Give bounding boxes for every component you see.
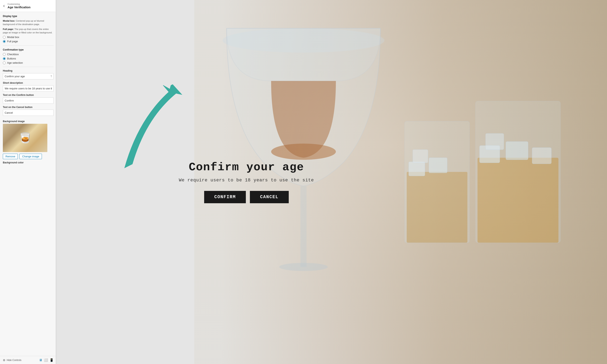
panel-content: Display type Modal box: Centered pop-up … xyxy=(0,12,56,356)
radio-age-selection-label: Age selection xyxy=(7,61,23,64)
background-image-section: Background image Remove Change image xyxy=(3,120,54,159)
radio-modal-box-input[interactable] xyxy=(3,36,6,39)
tablet-icon[interactable]: ⬜ xyxy=(44,358,48,362)
modal-box-description: Modal box: Centered pop-up w/ blurred ba… xyxy=(3,19,54,26)
display-type-radio-group: Modal box Full page xyxy=(3,36,54,43)
heading-input[interactable] xyxy=(3,73,54,79)
back-button[interactable]: ‹ xyxy=(2,3,6,9)
hide-controls-label[interactable]: Hide Controls xyxy=(7,359,21,362)
cancel-button-field-label: Text on the Cancel button xyxy=(3,106,54,109)
radio-buttons-input[interactable] xyxy=(3,57,6,60)
mobile-icon[interactable]: 📱 xyxy=(50,358,54,362)
desktop-icon[interactable]: 🖥 xyxy=(39,358,42,362)
radio-full-page[interactable]: Full page xyxy=(3,40,54,43)
arrow-annotation-svg xyxy=(109,77,186,182)
radio-full-page-input[interactable] xyxy=(3,40,6,43)
age-verification-modal: Confirm your age We require users to be … xyxy=(167,153,326,211)
change-image-button[interactable]: Change image xyxy=(19,154,42,159)
panel-header: ‹ Customizing Age Verification xyxy=(0,0,56,12)
confirm-button-field-label: Text on the Confirm button xyxy=(3,94,54,96)
remove-image-button[interactable]: Remove xyxy=(3,154,18,159)
resize-handle[interactable] xyxy=(56,0,56,364)
settings-icon: ⚙ xyxy=(3,359,5,362)
divider-2 xyxy=(3,67,54,67)
confirm-button-input[interactable] xyxy=(3,97,54,104)
divider-1 xyxy=(3,45,54,46)
short-description-field-label: Short description xyxy=(3,81,54,84)
customizing-label: Customizing xyxy=(8,3,30,5)
confirmation-type-section-title: Confirmation type xyxy=(3,48,54,51)
customizer-panel: ‹ Customizing Age Verification Display t… xyxy=(0,0,57,364)
device-icons-group: 🖥 ⬜ 📱 xyxy=(39,358,54,362)
confirmation-type-radio-group: Checkbox Buttons Age selection xyxy=(3,53,54,64)
image-buttons-row: Remove Change image xyxy=(3,154,54,159)
panel-title: Age Verification xyxy=(8,5,30,9)
background-image-label: Background image xyxy=(3,120,54,123)
hide-controls-row: ⚙ Hide Controls xyxy=(3,359,21,362)
radio-modal-box[interactable]: Modal box xyxy=(3,36,54,39)
modal-heading: Confirm your age xyxy=(179,161,314,174)
full-page-description: Full page: The pop-up that covers the en… xyxy=(3,27,54,35)
main-preview: Confirm your age We require users to be … xyxy=(57,0,607,364)
display-type-section-title: Display type xyxy=(3,15,54,18)
text-format-icon: T xyxy=(51,75,52,78)
radio-buttons-label: Buttons xyxy=(7,57,16,60)
radio-age-selection[interactable]: Age selection xyxy=(3,61,54,64)
radio-checkbox[interactable]: Checkbox xyxy=(3,53,54,56)
radio-checkbox-label: Checkbox xyxy=(7,53,19,56)
radio-buttons[interactable]: Buttons xyxy=(3,57,54,60)
modal-confirm-button[interactable]: CONFIRM xyxy=(204,191,246,203)
modal-overlay: Confirm your age We require users to be … xyxy=(57,0,607,364)
cancel-button-input[interactable] xyxy=(3,110,54,116)
panel-footer: ⚙ Hide Controls 🖥 ⬜ 📱 xyxy=(0,356,56,364)
panel-header-text: Customizing Age Verification xyxy=(8,3,30,9)
radio-full-page-label: Full page xyxy=(7,40,18,43)
modal-cancel-button[interactable]: CANCEL xyxy=(250,191,289,203)
heading-input-wrap: T xyxy=(3,73,54,79)
radio-age-selection-input[interactable] xyxy=(3,62,6,64)
background-image-thumbnail xyxy=(3,124,47,152)
modal-buttons-group: CONFIRM CANCEL xyxy=(179,191,314,203)
background-color-label: Background color xyxy=(3,161,54,164)
short-description-input[interactable] xyxy=(3,85,54,91)
radio-modal-box-label: Modal box xyxy=(7,36,19,39)
heading-field-label: Heading xyxy=(3,69,54,72)
radio-checkbox-input[interactable] xyxy=(3,53,6,56)
modal-description: We require users to be 18 years to use t… xyxy=(179,178,314,183)
